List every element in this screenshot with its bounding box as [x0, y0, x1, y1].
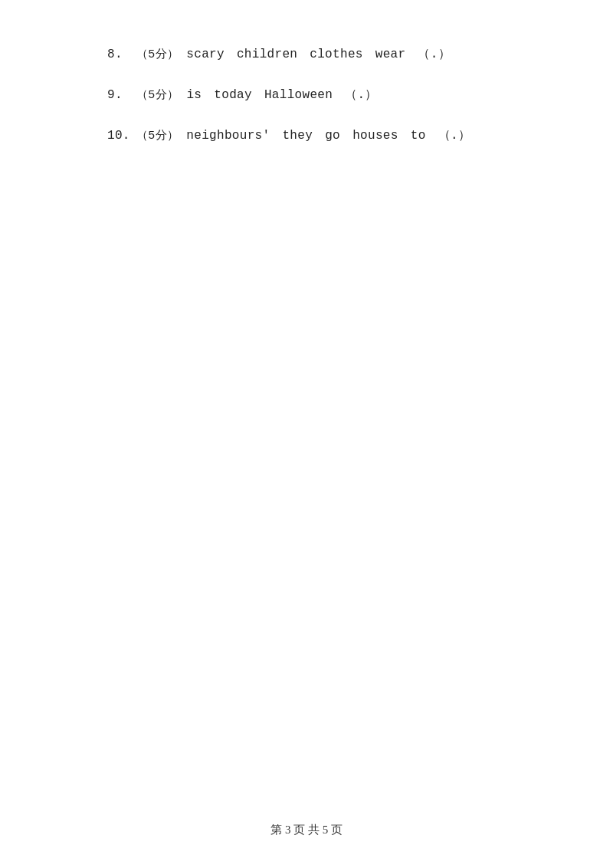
- question-10-number: 10.: [107, 129, 136, 143]
- question-8: 8. （5分） scary children clothes wear （.）: [107, 46, 506, 62]
- question-10: 10. （5分） neighbours' they go houses to （…: [107, 127, 506, 143]
- page-content: 8. （5分） scary children clothes wear （.） …: [0, 0, 613, 214]
- question-10-words: neighbours' they go houses to （.）: [180, 127, 477, 143]
- word-period-9: （.）: [339, 87, 384, 103]
- question-9-words: is today Halloween （.）: [180, 87, 383, 103]
- word-wear: wear: [369, 48, 412, 61]
- question-9-number: 9.: [107, 88, 136, 102]
- word-to: to: [405, 129, 432, 143]
- word-scary: scary: [180, 48, 231, 61]
- word-houses: houses: [346, 129, 405, 143]
- word-they: they: [276, 129, 319, 143]
- question-8-number: 8.: [107, 48, 136, 61]
- word-today: today: [208, 88, 258, 102]
- page-footer: 第 3 页 共 5 页: [0, 823, 613, 837]
- question-8-words: scary children clothes wear （.）: [180, 46, 457, 62]
- word-period-10: （.）: [432, 127, 477, 143]
- word-is: is: [180, 88, 208, 102]
- question-10-score: （5分）: [136, 128, 179, 143]
- question-9: 9. （5分） is today Halloween （.）: [107, 87, 506, 103]
- question-9-score: （5分）: [136, 87, 179, 102]
- footer-text: 第 3 页 共 5 页: [270, 824, 343, 836]
- word-children: children: [231, 48, 303, 61]
- word-halloween: Halloween: [258, 88, 339, 102]
- question-8-score: （5分）: [136, 47, 179, 61]
- word-go: go: [319, 129, 346, 143]
- word-neighbours: neighbours': [180, 129, 276, 143]
- word-period-8: （.）: [411, 46, 457, 62]
- word-clothes: clothes: [303, 48, 369, 61]
